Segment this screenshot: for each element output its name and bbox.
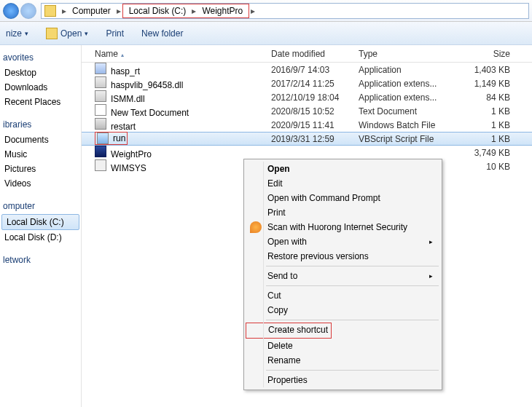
file-date: 2020/9/15 11:41 xyxy=(271,120,359,130)
ctx-separator xyxy=(266,266,439,266)
file-name: hasp_rt xyxy=(111,66,140,76)
file-type: Application extens... xyxy=(359,79,446,89)
sidebar-network-header[interactable]: letwork xyxy=(0,252,81,268)
ctx-separator xyxy=(266,285,439,286)
file-type: Application extens... xyxy=(359,92,446,103)
file-name: restart xyxy=(111,122,136,132)
file-icon xyxy=(95,104,106,116)
chevron-right-icon: ▸ xyxy=(429,272,433,280)
file-date: 2017/2/14 11:25 xyxy=(271,79,359,89)
col-name[interactable]: Name▴ xyxy=(82,49,271,59)
file-name: ISMM.dll xyxy=(111,94,145,104)
print-button[interactable]: Print xyxy=(106,28,124,39)
file-icon xyxy=(95,90,106,102)
file-row[interactable]: WeightPro3,749 KB xyxy=(82,146,532,159)
sidebar-libraries-header[interactable]: ibraries xyxy=(0,116,81,133)
ctx-restore[interactable]: Restore previous versions xyxy=(246,249,440,264)
open-button[interactable]: Open ▾ xyxy=(46,28,88,39)
sidebar: avorites DesktopDownloadsRecent Places i… xyxy=(0,45,82,407)
sidebar-favorites-header[interactable]: avorites xyxy=(0,50,81,66)
ctx-rename[interactable]: Rename xyxy=(246,353,440,368)
back-button[interactable] xyxy=(3,3,19,19)
ctx-properties[interactable]: Properties xyxy=(246,373,440,387)
organize-button[interactable]: nize ▾ xyxy=(6,28,28,39)
chevron-right-icon[interactable]: ▸ xyxy=(249,6,257,16)
ctx-copy[interactable]: Copy xyxy=(246,303,440,317)
ctx-delete[interactable]: Delete xyxy=(246,339,440,353)
file-type: Windows Batch File xyxy=(359,120,446,130)
folder-open-icon xyxy=(46,28,58,39)
sidebar-item[interactable]: Local Disk (D:) xyxy=(0,230,81,245)
sidebar-item[interactable]: Documents xyxy=(0,133,81,147)
file-size: 84 KB xyxy=(446,92,532,103)
ctx-open-cmd[interactable]: Open with Command Prompt xyxy=(246,191,440,205)
breadcrumb[interactable]: ▸ Computer ▸ Local Disk (C:) ▸ WeightPro… xyxy=(41,3,529,19)
file-icon xyxy=(95,146,106,157)
file-name: WIMSYS xyxy=(111,163,146,173)
ctx-separator xyxy=(266,320,439,320)
ctx-cut[interactable]: Cut xyxy=(246,288,440,303)
file-row[interactable]: ISMM.dll2012/10/19 18:04Application exte… xyxy=(82,90,532,104)
file-name: WeightPro xyxy=(111,149,152,159)
file-type: VBScript Script File xyxy=(359,134,446,144)
new-folder-button[interactable]: New folder xyxy=(141,28,183,39)
sidebar-item[interactable]: Music xyxy=(0,147,81,162)
ctx-separator xyxy=(266,370,439,371)
file-size: 1 KB xyxy=(446,134,532,144)
file-row[interactable]: restart2020/9/15 11:41Windows Batch File… xyxy=(82,118,532,132)
ctx-send-to[interactable]: Send to▸ xyxy=(246,269,440,283)
chevron-right-icon[interactable]: ▸ xyxy=(60,6,68,16)
chevron-right-icon[interactable]: ▸ xyxy=(115,6,122,16)
file-row[interactable]: haspvlib_96458.dll2017/2/14 11:25Applica… xyxy=(82,76,532,90)
chevron-down-icon: ▾ xyxy=(25,30,28,37)
ctx-huorong[interactable]: Scan with Huorong Internet Security xyxy=(246,220,440,234)
file-icon xyxy=(95,76,106,88)
sidebar-item[interactable]: Local Disk (C:) xyxy=(1,214,79,230)
sidebar-computer-header[interactable]: omputer xyxy=(0,198,81,214)
folder-icon xyxy=(44,5,56,17)
file-row[interactable]: run2019/3/31 12:59VBScript Script File1 … xyxy=(82,132,532,146)
chevron-right-icon: ▸ xyxy=(429,238,433,245)
col-type[interactable]: Type xyxy=(359,49,446,59)
file-icon xyxy=(95,159,106,171)
col-size[interactable]: Size xyxy=(446,49,532,59)
column-header: Name▴ Date modified Type Size xyxy=(82,45,532,63)
file-row[interactable]: New Text Document2020/8/15 10:52Text Doc… xyxy=(82,104,532,118)
file-type: Application xyxy=(359,65,446,75)
sidebar-item[interactable]: Recent Places xyxy=(0,95,81,109)
crumb-folder[interactable]: WeightPro xyxy=(197,4,247,17)
context-menu: Open Edit Open with Command Prompt Print… xyxy=(243,159,442,390)
ctx-open-with[interactable]: Open with▸ xyxy=(246,234,440,249)
file-size: 3,749 KB xyxy=(446,148,532,158)
file-date: 2020/8/15 10:52 xyxy=(271,106,359,116)
file-row[interactable]: hasp_rt2016/9/7 14:03Application1,403 KB xyxy=(82,63,532,76)
sidebar-item[interactable]: Downloads xyxy=(0,80,81,95)
file-size: 1 KB xyxy=(446,106,532,116)
chevron-right-icon[interactable]: ▸ xyxy=(190,6,197,16)
crumb-highlight-box: Local Disk (C:) ▸ WeightPro xyxy=(122,4,250,18)
file-date: 2019/3/31 12:59 xyxy=(271,134,359,144)
file-icon xyxy=(95,63,106,74)
crumb-computer[interactable]: Computer xyxy=(68,4,115,18)
file-date: 2016/9/7 14:03 xyxy=(271,65,359,75)
sidebar-item[interactable]: Pictures xyxy=(0,162,81,176)
sidebar-item[interactable]: Desktop xyxy=(0,66,81,80)
sidebar-item[interactable]: Videos xyxy=(0,176,81,191)
file-icon xyxy=(97,133,109,144)
shield-icon xyxy=(250,221,262,233)
ctx-edit[interactable]: Edit xyxy=(246,176,440,191)
file-type: Text Document xyxy=(359,106,446,116)
forward-button[interactable] xyxy=(20,3,36,19)
ctx-open[interactable]: Open xyxy=(246,162,440,176)
file-name: New Text Document xyxy=(111,108,189,118)
col-date[interactable]: Date modified xyxy=(271,49,359,59)
ctx-create-shortcut[interactable]: Create shortcut xyxy=(246,323,332,339)
file-date: 2012/10/19 18:04 xyxy=(271,92,359,103)
file-size: 1,403 KB xyxy=(446,65,532,75)
ctx-print[interactable]: Print xyxy=(246,205,440,220)
address-bar: ▸ Computer ▸ Local Disk (C:) ▸ WeightPro… xyxy=(0,0,532,22)
chevron-down-icon: ▾ xyxy=(85,30,88,37)
crumb-drive[interactable]: Local Disk (C:) xyxy=(125,4,191,17)
file-name: haspvlib_96458.dll xyxy=(111,80,183,90)
file-size: 1 KB xyxy=(446,120,532,130)
